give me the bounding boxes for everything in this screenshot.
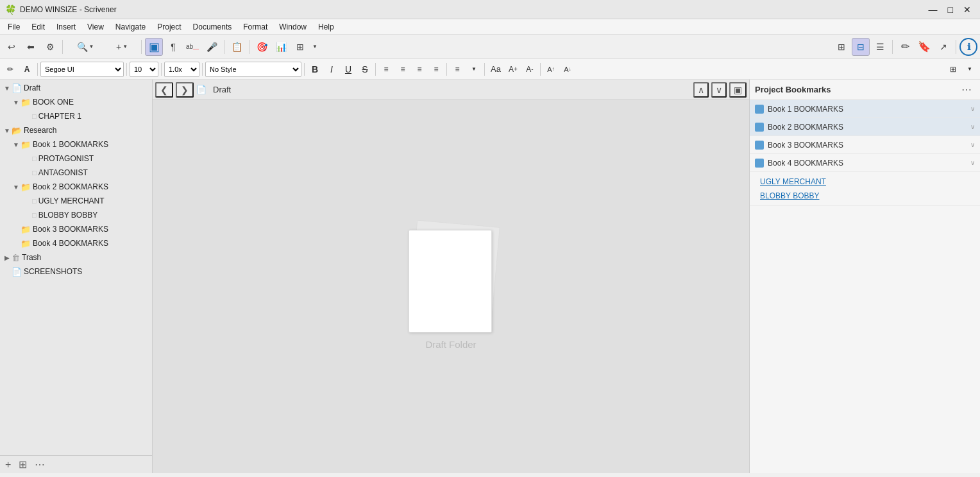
list-button[interactable]: ≡	[450, 62, 465, 77]
view-button[interactable]: ▣	[145, 38, 163, 56]
font-normal-button[interactable]: Aa	[487, 62, 504, 77]
bookmark-row-book1[interactable]: Book 1 BOOKMARKS ∨	[750, 100, 980, 118]
draft-folder-icon: 📄	[12, 83, 22, 93]
stats-button[interactable]: 📊	[272, 38, 290, 56]
align-right-button[interactable]: ≡	[412, 62, 427, 77]
sidebar-item-book3-bookmarks[interactable]: 📁 Book 3 BOOKMARKS	[0, 222, 152, 236]
back-button[interactable]: ⬅	[22, 38, 40, 56]
align-justify-button[interactable]: ≡	[428, 62, 444, 77]
menu-edit[interactable]: Edit	[26, 21, 50, 33]
fmt-sep-2	[126, 63, 127, 76]
paragraph-button[interactable]: ¶	[164, 38, 182, 56]
superscript-button[interactable]: A↑	[543, 62, 559, 77]
sidebar-item-screenshots[interactable]: 📄 SCREENSHOTS	[0, 265, 152, 279]
line-spacing-select[interactable]: 1.0x	[164, 62, 199, 77]
search-button[interactable]: 🔍 ▼	[66, 38, 105, 56]
bookmark-row-book3[interactable]: Book 3 BOOKMARKS ∨	[750, 136, 980, 154]
add-button[interactable]: + ▼	[106, 38, 138, 56]
style-select[interactable]: No Style	[205, 62, 301, 77]
menu-view[interactable]: View	[82, 21, 109, 33]
bookmark-row-book2[interactable]: Book 2 BOOKMARKS ∨	[750, 118, 980, 136]
more-options-button[interactable]: ⋯	[32, 457, 47, 472]
ugly-merchant-link[interactable]: UGLY MERCHANT	[750, 175, 980, 189]
font-size-select[interactable]: 10	[130, 62, 158, 77]
clear-format-button[interactable]: ✏	[3, 62, 18, 77]
outline-view-button[interactable]: ⊟	[852, 38, 870, 56]
add-item-button[interactable]: +	[3, 458, 13, 472]
menu-format[interactable]: Format	[238, 21, 273, 33]
compose-button[interactable]: ✏	[896, 38, 914, 56]
book4-bm-chevron-icon: ∨	[970, 159, 975, 166]
menu-project[interactable]: Project	[152, 21, 186, 33]
settings-button[interactable]: ⚙	[41, 38, 59, 56]
sidebar-item-book-one[interactable]: ▼ 📁 BOOK ONE	[0, 95, 152, 109]
right-panel-menu-button[interactable]: ⋯	[958, 82, 975, 97]
align-left-button[interactable]: ≡	[378, 62, 394, 77]
title-bar-controls: — □ ✕	[925, 3, 975, 16]
underline-button[interactable]: U	[341, 62, 356, 77]
list-dropdown-button[interactable]: ▼	[466, 62, 482, 77]
editor-up-button[interactable]: ∧	[693, 82, 709, 98]
grid-button[interactable]: ⊞	[291, 38, 309, 56]
align-center-button[interactable]: ≡	[395, 62, 410, 77]
sidebar-item-antagonist[interactable]: □ ANTAGONIST	[0, 166, 152, 180]
close-button[interactable]: ✕	[959, 3, 975, 16]
sidebar-item-research[interactable]: ▼ 📂 Research	[0, 123, 152, 137]
menu-insert[interactable]: Insert	[51, 21, 81, 33]
draft-label: Draft	[24, 83, 40, 92]
menu-navigate[interactable]: Navigate	[110, 21, 151, 33]
maximize-button[interactable]: □	[944, 3, 957, 16]
editor-prev-button[interactable]: ❮	[155, 82, 173, 98]
sidebar-item-chapter-1[interactable]: □ CHAPTER 1	[0, 109, 152, 123]
book2-bm-toggle-icon: ▼	[12, 184, 21, 191]
table-insert-button[interactable]: ⊞	[945, 62, 961, 77]
view-mode-button[interactable]: ⊞	[16, 457, 30, 472]
italic-button[interactable]: I	[324, 62, 339, 77]
menu-help[interactable]: Help	[313, 21, 339, 33]
chapter1-label: CHAPTER 1	[38, 112, 81, 121]
list-view-button[interactable]: ☰	[871, 38, 889, 56]
share-button[interactable]: ↗	[934, 38, 952, 56]
target-button[interactable]: 🎯	[253, 38, 271, 56]
chapter1-file-icon: □	[32, 112, 37, 120]
font-bigger-button[interactable]: A+	[505, 62, 521, 77]
subscript-button[interactable]: A↓	[560, 62, 575, 77]
help-button[interactable]: ℹ	[959, 38, 977, 56]
editor-down-button[interactable]: ∨	[711, 82, 727, 98]
strikethrough-button[interactable]: S	[357, 62, 373, 77]
toolbar-sep-1	[62, 40, 63, 54]
sidebar-item-protagonist[interactable]: □ PROTAGONIST	[0, 152, 152, 166]
book3-bm-label: Book 3 BOOKMARKS	[33, 225, 108, 234]
grid-dropdown-button[interactable]: ▼	[310, 38, 319, 56]
sidebar-item-book1-bookmarks[interactable]: ▼ 📁 Book 1 BOOKMARKS	[0, 137, 152, 152]
book4-bm-label: Book 4 BOOKMARKS	[33, 239, 108, 248]
menu-documents[interactable]: Documents	[188, 21, 237, 33]
font-smaller-button[interactable]: A-	[522, 62, 537, 77]
text-color-button[interactable]: A	[19, 62, 35, 77]
bold-button[interactable]: B	[307, 62, 323, 77]
spell-button[interactable]: ab__	[183, 38, 201, 56]
minimize-button[interactable]: —	[925, 3, 942, 16]
sidebar-item-book4-bookmarks[interactable]: 📁 Book 4 BOOKMARKS	[0, 236, 152, 250]
sidebar-item-ugly-merchant[interactable]: □ UGLY MERCHANT	[0, 194, 152, 208]
research-toggle-icon: ▼	[3, 127, 12, 134]
sidebar-item-trash[interactable]: ▶ 🗑 Trash	[0, 250, 152, 265]
editor-split-button[interactable]: ▣	[729, 82, 747, 98]
table-dropdown-button[interactable]: ▼	[962, 62, 977, 77]
tile-view-button[interactable]: ⊞	[832, 38, 850, 56]
bookmark-right-button[interactable]: 🔖	[915, 38, 933, 56]
sidebar-item-blobby-bobby[interactable]: □ BLOBBY BOBBY	[0, 208, 152, 222]
editor-next-button[interactable]: ❯	[176, 82, 194, 98]
undo-button[interactable]: ↩	[3, 38, 21, 56]
copy-format-button[interactable]: 📋	[228, 38, 246, 56]
sidebar-item-book2-bookmarks[interactable]: ▼ 📁 Book 2 BOOKMARKS	[0, 180, 152, 194]
font-family-select[interactable]: Segoe UI	[40, 62, 124, 77]
bookmark-row-book4[interactable]: Book 4 BOOKMARKS ∨	[750, 154, 980, 172]
menu-file[interactable]: File	[3, 21, 25, 33]
sidebar-item-draft[interactable]: ▼ 📄 Draft	[0, 81, 152, 95]
menu-window[interactable]: Window	[274, 21, 312, 33]
blobby-bobby-link[interactable]: BLOBBY BOBBY	[750, 189, 980, 203]
sidebar-footer: + ⊞ ⋯	[0, 455, 152, 473]
dictate-button[interactable]: 🎤	[203, 38, 221, 56]
book1-bm-panel-label: Book 1 BOOKMARKS	[768, 105, 970, 114]
